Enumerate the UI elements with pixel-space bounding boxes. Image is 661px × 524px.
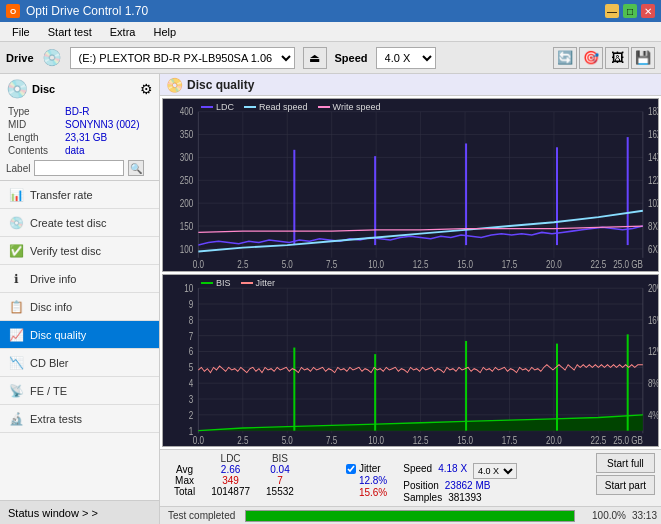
nav-items: 📊 Transfer rate 💿 Create test disc ✅ Ver… <box>0 181 159 500</box>
start-part-button[interactable]: Start part <box>596 475 655 495</box>
disc-label-button[interactable]: 🔍 <box>128 160 144 176</box>
menu-bar: File Start test Extra Help <box>0 22 661 42</box>
stats-max-row: Max 349 7 <box>166 475 338 486</box>
write-speed-legend-label: Write speed <box>333 102 381 112</box>
bis-legend-color <box>201 282 213 284</box>
speed-label: Speed <box>335 52 368 64</box>
nav-extra-tests[interactable]: 🔬 Extra tests <box>0 405 159 433</box>
speed-dropdown[interactable]: 4.0 X <box>473 463 517 479</box>
svg-text:0.0: 0.0 <box>193 433 204 445</box>
drive-info-icon: ℹ <box>8 271 24 287</box>
disc-type-value: BD-R <box>65 106 151 117</box>
svg-text:18X: 18X <box>648 107 658 118</box>
menu-start-test[interactable]: Start test <box>40 24 100 40</box>
verify-test-icon: ✅ <box>8 243 24 259</box>
stats-max-label: Max <box>166 475 203 486</box>
speed-section: Speed 4.18 X 4.0 X Position 23862 MB Sam… <box>403 453 517 503</box>
svg-text:6: 6 <box>189 345 193 357</box>
svg-text:17.5: 17.5 <box>502 433 518 445</box>
progress-bar-inner <box>246 511 574 521</box>
svg-text:2.5: 2.5 <box>237 259 248 270</box>
svg-text:3: 3 <box>189 392 193 404</box>
disc-contents-value: data <box>65 145 151 156</box>
jitter-checkbox[interactable] <box>346 464 356 474</box>
svg-text:14X: 14X <box>648 152 658 163</box>
progress-percent: 100.0% <box>581 510 626 521</box>
menu-file[interactable]: File <box>4 24 38 40</box>
svg-text:7: 7 <box>189 329 193 341</box>
drive-select[interactable]: (E:) PLEXTOR BD-R PX-LB950SA 1.06 <box>70 47 295 69</box>
disc-mid-value: SONYNN3 (002) <box>65 119 151 130</box>
minimize-button[interactable]: — <box>605 4 619 18</box>
nav-create-test-disc[interactable]: 💿 Create test disc <box>0 209 159 237</box>
nav-transfer-rate[interactable]: 📊 Transfer rate <box>0 181 159 209</box>
menu-extra[interactable]: Extra <box>102 24 144 40</box>
svg-text:300: 300 <box>180 152 193 163</box>
stats-max-ldc: 349 <box>203 475 258 486</box>
nav-cd-bler[interactable]: 📉 CD Bler <box>0 349 159 377</box>
extra-tests-icon: 🔬 <box>8 411 24 427</box>
stats-avg-bis: 0.04 <box>258 464 302 475</box>
disc-info-icon: 📋 <box>8 299 24 315</box>
close-button[interactable]: ✕ <box>641 4 655 18</box>
disc-label-row: Label 🔍 <box>6 160 153 176</box>
svg-text:350: 350 <box>180 130 193 141</box>
bis-legend-label: BIS <box>216 278 231 288</box>
svg-text:5: 5 <box>189 361 193 373</box>
toolbar-btn-3[interactable]: 🖼 <box>605 47 629 69</box>
disc-header-label: Disc <box>32 83 55 95</box>
nav-disc-info-label: Disc info <box>30 301 72 313</box>
nav-disc-quality[interactable]: 📈 Disc quality <box>0 321 159 349</box>
disc-panel: 💿 Disc ⚙ Type BD-R MID SONYNN3 (002) Len… <box>0 74 159 181</box>
progress-bar-container: Test completed 100.0% 33:13 <box>160 506 661 524</box>
bis-chart-svg: 10 9 8 7 6 5 4 3 2 1 20% 16% 12% 8% 4% <box>163 275 658 447</box>
toolbar-btn-2[interactable]: 🎯 <box>579 47 603 69</box>
status-window[interactable]: Status window > > <box>0 500 159 524</box>
svg-text:2: 2 <box>189 408 193 420</box>
disc-contents-label: Contents <box>8 145 63 156</box>
jitter-label: Jitter <box>359 463 381 474</box>
svg-text:150: 150 <box>180 221 193 232</box>
start-full-button[interactable]: Start full <box>596 453 655 473</box>
bis-header: BIS <box>258 453 302 464</box>
nav-drive-info-label: Drive info <box>30 273 76 285</box>
svg-text:5.0: 5.0 <box>282 259 293 270</box>
nav-disc-info[interactable]: 📋 Disc info <box>0 293 159 321</box>
svg-text:400: 400 <box>180 107 193 118</box>
disc-length-value: 23,31 GB <box>65 132 151 143</box>
app-icon: O <box>6 4 20 18</box>
ldc-legend-label: LDC <box>216 102 234 112</box>
svg-text:4: 4 <box>189 377 193 389</box>
stats-table: LDC BIS Avg 2.66 0.04 Max <box>166 453 338 497</box>
menu-help[interactable]: Help <box>145 24 184 40</box>
svg-text:7.5: 7.5 <box>326 259 337 270</box>
disc-options-icon[interactable]: ⚙ <box>140 81 153 97</box>
ldc-chart-svg: 400 350 300 250 200 150 100 18X 16X 14X … <box>163 99 658 271</box>
speed-select[interactable]: 4.0 X <box>376 47 436 69</box>
eject-button[interactable]: ⏏ <box>303 47 327 69</box>
nav-transfer-rate-label: Transfer rate <box>30 189 93 201</box>
svg-text:20.0: 20.0 <box>546 259 562 270</box>
drive-icon: 💿 <box>42 48 62 67</box>
nav-verify-test-disc[interactable]: ✅ Verify test disc <box>0 237 159 265</box>
sidebar: 💿 Disc ⚙ Type BD-R MID SONYNN3 (002) Len… <box>0 74 160 524</box>
svg-text:12X: 12X <box>648 175 658 186</box>
stats-avg-label: Avg <box>166 464 203 475</box>
chart2-legend: BIS Jitter <box>201 278 275 288</box>
disc-mid-row: MID SONYNN3 (002) <box>8 119 151 130</box>
jitter-legend-label: Jitter <box>256 278 276 288</box>
nav-disc-quality-label: Disc quality <box>30 329 86 341</box>
toolbar-btn-1[interactable]: 🔄 <box>553 47 577 69</box>
disc-label-input[interactable] <box>34 160 124 176</box>
disc-mid-label: MID <box>8 119 63 130</box>
nav-fe-te[interactable]: 📡 FE / TE <box>0 377 159 405</box>
position-label: Position <box>403 480 439 491</box>
toolbar-btn-4[interactable]: 💾 <box>631 47 655 69</box>
nav-drive-info[interactable]: ℹ Drive info <box>0 265 159 293</box>
content-area: 📀 Disc quality <box>160 74 661 524</box>
svg-text:4%: 4% <box>648 408 658 420</box>
svg-text:6X: 6X <box>648 244 658 255</box>
maximize-button[interactable]: □ <box>623 4 637 18</box>
svg-text:100: 100 <box>180 244 193 255</box>
svg-text:25.0 GB: 25.0 GB <box>613 259 643 270</box>
